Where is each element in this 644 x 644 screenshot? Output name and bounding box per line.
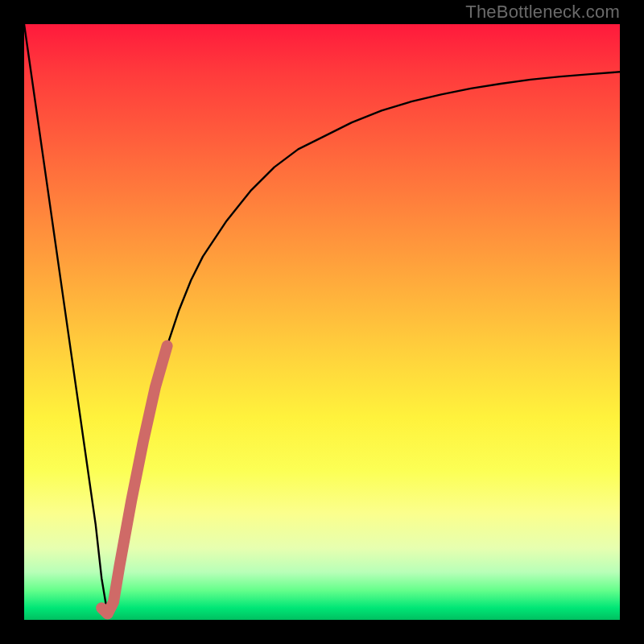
curve-layer (24, 24, 620, 620)
watermark-text: TheBottleneck.com (465, 2, 620, 23)
highlight-segment (101, 346, 167, 614)
plot-area (24, 24, 620, 620)
chart-frame: TheBottleneck.com (0, 0, 644, 644)
bottleneck-curve (24, 24, 620, 614)
